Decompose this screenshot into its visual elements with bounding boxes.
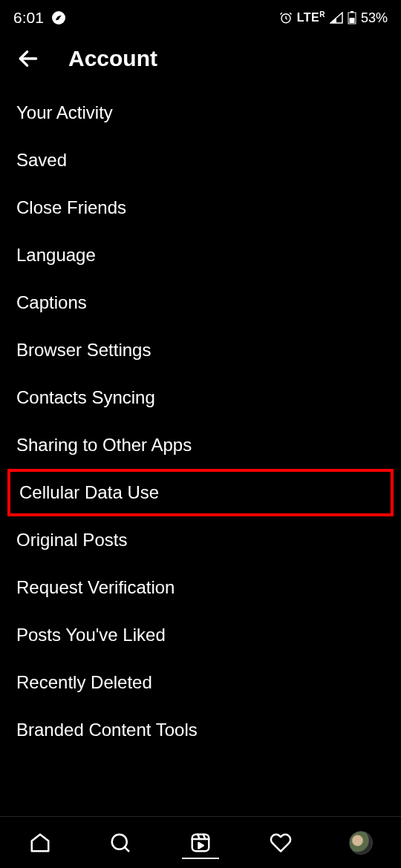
menu-item-close-friends[interactable]: Close Friends bbox=[0, 184, 401, 231]
reels-icon bbox=[189, 832, 212, 854]
menu-item-cellular-data-use-highlight: Cellular Data Use bbox=[7, 469, 394, 516]
svg-marker-12 bbox=[199, 843, 203, 849]
menu-item-cellular-data-use[interactable]: Cellular Data Use bbox=[7, 469, 394, 516]
battery-icon bbox=[348, 11, 356, 24]
signal-icon bbox=[330, 12, 343, 24]
svg-line-7 bbox=[125, 846, 128, 850]
carrier-icon bbox=[51, 10, 66, 25]
svg-rect-8 bbox=[192, 834, 209, 851]
heart-icon bbox=[270, 832, 292, 854]
menu-item-branded-content-tools[interactable]: Branded Content Tools bbox=[0, 706, 401, 754]
menu-item-saved[interactable]: Saved bbox=[0, 137, 401, 184]
menu-item-request-verification[interactable]: Request Verification bbox=[0, 564, 401, 611]
battery-percentage: 53% bbox=[361, 10, 388, 26]
menu-item-contacts-syncing[interactable]: Contacts Syncing bbox=[0, 374, 401, 421]
avatar bbox=[349, 831, 373, 855]
search-icon bbox=[109, 832, 131, 854]
page-title: Account bbox=[68, 46, 157, 71]
app-bar: Account bbox=[0, 33, 401, 89]
nav-search[interactable] bbox=[80, 817, 160, 868]
menu-item-posts-youve-liked[interactable]: Posts You've Liked bbox=[0, 611, 401, 659]
menu-item-switch-professional[interactable]: Switch to Professional Account bbox=[0, 754, 401, 770]
home-icon bbox=[29, 832, 51, 854]
menu-item-original-posts[interactable]: Original Posts bbox=[0, 516, 401, 564]
menu-item-captions[interactable]: Captions bbox=[0, 279, 401, 326]
status-bar-right: LTER 53% bbox=[279, 10, 388, 26]
alarm-icon bbox=[279, 11, 293, 24]
nav-activity[interactable] bbox=[241, 817, 321, 868]
menu-item-your-activity[interactable]: Your Activity bbox=[0, 89, 401, 137]
back-button[interactable] bbox=[16, 47, 40, 70]
svg-rect-4 bbox=[349, 18, 354, 23]
network-type: LTER bbox=[297, 10, 325, 24]
menu-item-recently-deleted[interactable]: Recently Deleted bbox=[0, 659, 401, 706]
status-time: 6:01 bbox=[13, 9, 44, 27]
nav-reels[interactable] bbox=[160, 817, 241, 868]
nav-profile[interactable] bbox=[321, 817, 401, 868]
status-bar-left: 6:01 bbox=[13, 9, 66, 27]
menu-item-sharing-to-other-apps[interactable]: Sharing to Other Apps bbox=[0, 421, 401, 469]
nav-home[interactable] bbox=[0, 817, 80, 868]
status-bar: 6:01 LTER bbox=[0, 0, 401, 33]
bottom-navigation bbox=[0, 816, 401, 868]
menu-item-browser-settings[interactable]: Browser Settings bbox=[0, 326, 401, 374]
menu-list: Your Activity Saved Close Friends Langua… bbox=[0, 89, 401, 770]
menu-item-language[interactable]: Language bbox=[0, 231, 401, 279]
